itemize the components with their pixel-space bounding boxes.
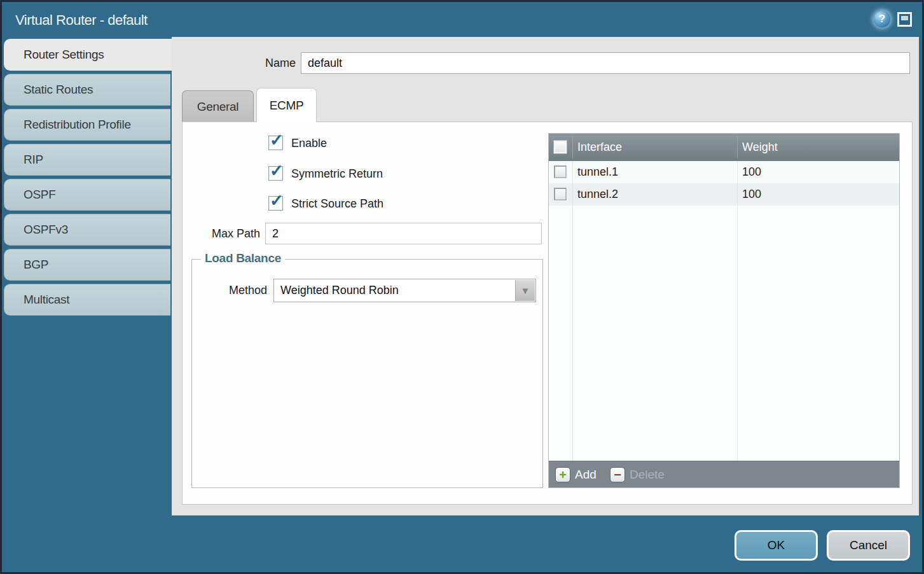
- select-all-checkbox[interactable]: [553, 140, 567, 154]
- table-row-tunnel1[interactable]: tunnel.1 100: [549, 161, 899, 183]
- check-icon: ✓: [270, 162, 284, 179]
- virtual-router-dialog: Virtual Router - default ? Router Settin…: [0, 0, 924, 574]
- table-row-tunnel2[interactable]: tunnel.2 100: [549, 183, 899, 206]
- title-bar: Virtual Router - default ?: [4, 4, 920, 37]
- tab-ecmp[interactable]: ECMP: [256, 88, 317, 122]
- minus-icon: −: [610, 467, 625, 482]
- row-checkbox[interactable]: [554, 188, 567, 200]
- interface-cell: tunnel.1: [577, 161, 618, 183]
- weight-column-header: Weight: [742, 134, 778, 161]
- ecmp-tab-panel: ✓ Enable ✓ Symmetric Return ✓ Strict Sou…: [182, 122, 913, 505]
- sidebar-item-router-settings[interactable]: Router Settings: [4, 39, 174, 71]
- enable-checkbox[interactable]: ✓: [268, 136, 283, 150]
- load-balance-fieldset: Load Balance Method Weighted Round Robin…: [191, 259, 543, 488]
- enable-label: Enable: [291, 135, 327, 151]
- sidebar-item-rip[interactable]: RIP: [4, 144, 170, 176]
- name-input[interactable]: [301, 52, 910, 74]
- name-label: Name: [210, 52, 296, 74]
- sidebar-item-ospf[interactable]: OSPF: [4, 179, 170, 211]
- cancel-button[interactable]: Cancel: [827, 530, 910, 561]
- interface-cell: tunnel.2: [577, 183, 618, 206]
- help-icon[interactable]: ?: [874, 11, 890, 27]
- plus-icon: +: [555, 467, 570, 482]
- method-select[interactable]: Weighted Round Robin ▼: [273, 279, 536, 302]
- row-checkbox[interactable]: [554, 165, 567, 178]
- sidebar-item-static-routes[interactable]: Static Routes: [4, 74, 170, 106]
- sidebar: Router Settings Static Routes Redistribu…: [4, 39, 174, 319]
- max-path-label: Max Path: [189, 223, 260, 244]
- table-header: Interface Weight: [549, 134, 899, 161]
- method-label: Method: [198, 279, 267, 302]
- load-balance-legend: Load Balance: [201, 251, 285, 265]
- symmetric-return-label: Symmetric Return: [291, 165, 383, 182]
- sidebar-item-ospfv3[interactable]: OSPFv3: [4, 214, 170, 246]
- sidebar-item-redistribution-profile[interactable]: Redistribution Profile: [4, 109, 170, 141]
- ok-button[interactable]: OK: [734, 530, 818, 561]
- table-footer: + Add − Delete: [549, 461, 899, 487]
- interface-column-header: Interface: [577, 134, 622, 161]
- sidebar-item-multicast[interactable]: Multicast: [4, 284, 170, 316]
- chevron-down-icon: ▼: [521, 285, 530, 296]
- method-selected-value: Weighted Round Robin: [280, 279, 399, 302]
- content-area: Name General ECMP ✓ Enable ✓ Symmetric R…: [172, 37, 919, 515]
- strict-source-path-checkbox[interactable]: ✓: [268, 196, 283, 211]
- restore-window-icon[interactable]: [897, 12, 912, 27]
- weight-cell: 100: [742, 183, 761, 206]
- tab-general[interactable]: General: [182, 90, 254, 122]
- method-dropdown-button[interactable]: ▼: [515, 280, 535, 301]
- max-path-input[interactable]: [265, 223, 542, 244]
- sidebar-item-bgp[interactable]: BGP: [4, 249, 170, 281]
- dialog-title: Virtual Router - default: [15, 4, 148, 37]
- symmetric-return-checkbox[interactable]: ✓: [268, 166, 283, 181]
- weight-cell: 100: [742, 161, 761, 183]
- check-icon: ✓: [270, 192, 284, 209]
- strict-source-path-label: Strict Source Path: [291, 195, 383, 212]
- check-icon: ✓: [270, 132, 284, 148]
- interface-table: Interface Weight tunnel.1 100 tunnel.2 1…: [548, 133, 900, 488]
